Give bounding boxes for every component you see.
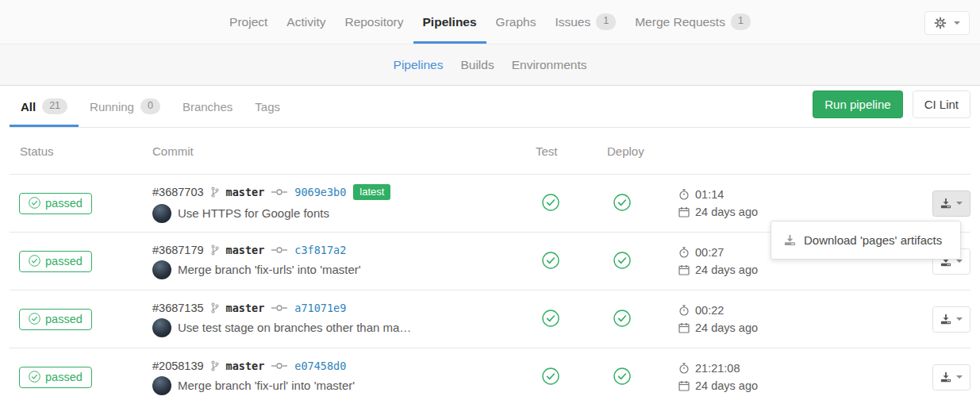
calendar-icon <box>678 322 690 333</box>
git-commit-icon <box>271 362 287 370</box>
download-artifacts-menu-item[interactable]: Download 'pages' artifacts <box>771 228 960 252</box>
commit-sha-link[interactable]: e07458d0 <box>294 360 346 372</box>
status-badge[interactable]: passed <box>19 251 92 272</box>
artifacts-dropdown-button[interactable] <box>932 306 970 333</box>
commit-message-link[interactable]: Use test stage on branches other than ma… <box>178 321 411 334</box>
tab-running-count-badge: 0 <box>140 98 160 115</box>
git-commit-icon <box>271 304 287 312</box>
artifacts-dropdown-button[interactable] <box>932 364 970 391</box>
subnav-item-builds[interactable]: Builds <box>452 58 502 72</box>
chevron-down-icon <box>956 375 963 379</box>
tab-all[interactable]: All21 <box>10 86 79 127</box>
pipelines-page: All21 Running0 Branches Tags Run pipelin… <box>0 86 980 404</box>
pipeline-id-link[interactable]: #3687135 <box>152 302 204 314</box>
download-icon <box>784 234 796 246</box>
subnav-item-pipelines[interactable]: Pipelines <box>385 58 452 72</box>
pipeline-duration: 00:27 <box>695 246 724 259</box>
deploy-stage-status-icon[interactable] <box>613 194 631 211</box>
tab-all-count-badge: 21 <box>42 98 67 115</box>
nav-item-pipelines[interactable]: Pipelines <box>413 0 486 44</box>
nav-label: Merge Requests <box>635 15 725 29</box>
status-badge[interactable]: passed <box>19 309 92 330</box>
ci-lint-button[interactable]: CI Lint <box>913 90 970 118</box>
nav-label: Project <box>229 15 267 29</box>
issues-count-badge: 1 <box>596 13 616 30</box>
test-stage-status-icon[interactable] <box>542 194 559 211</box>
top-navbar: Project Activity Repository Pipelines Gr… <box>0 0 980 44</box>
commit-sha-link[interactable]: a71071e9 <box>294 302 346 314</box>
toolbar-actions: Run pipeline CI Lint <box>813 86 970 127</box>
chevron-down-icon <box>956 317 963 321</box>
table-row: passed #3687135 master a71071e9 Use test… <box>10 290 970 348</box>
header-commit: Commit <box>152 144 536 158</box>
tab-branches[interactable]: Branches <box>171 86 244 127</box>
artifacts-dropdown-button[interactable] <box>932 190 970 217</box>
artifacts-dropdown-menu: Download 'pages' artifacts <box>771 221 961 260</box>
merge-requests-count-badge: 1 <box>731 13 751 30</box>
calendar-icon <box>678 206 690 217</box>
stopwatch-icon <box>678 363 690 374</box>
status-badge[interactable]: passed <box>19 367 92 388</box>
deploy-stage-status-icon[interactable] <box>613 310 631 327</box>
download-icon <box>940 198 951 209</box>
pipeline-finished-ago: 24 days ago <box>695 264 758 276</box>
pipeline-id-link[interactable]: #3687703 <box>152 186 204 198</box>
nav-item-graphs[interactable]: Graphs <box>486 0 546 44</box>
test-stage-status-icon[interactable] <box>542 367 559 385</box>
pipeline-id-link[interactable]: #3687179 <box>152 244 204 256</box>
settings-button[interactable] <box>924 11 970 35</box>
git-branch-icon <box>211 302 219 314</box>
avatar[interactable] <box>152 376 171 395</box>
status-badge[interactable]: passed <box>19 193 92 214</box>
test-stage-status-icon[interactable] <box>542 252 559 269</box>
tab-label: Branches <box>183 100 233 114</box>
branch-link[interactable]: master <box>226 186 265 198</box>
check-circle-icon <box>29 371 40 383</box>
status-label: passed <box>45 197 83 210</box>
commit-sha-link[interactable]: 9069e3b0 <box>294 186 346 198</box>
deploy-stage-status-icon[interactable] <box>613 367 631 385</box>
tab-tags[interactable]: Tags <box>244 86 291 127</box>
branch-link[interactable]: master <box>226 244 265 256</box>
avatar[interactable] <box>152 260 171 279</box>
git-branch-icon <box>211 360 219 371</box>
pipelines-table: Status Commit Test Deploy passed #368770… <box>10 128 970 404</box>
nav-label: Repository <box>344 15 403 29</box>
tab-running[interactable]: Running0 <box>79 86 171 127</box>
commit-sha-link[interactable]: c3f817a2 <box>294 244 346 256</box>
download-icon <box>940 314 951 325</box>
table-header-row: Status Commit Test Deploy <box>10 128 970 175</box>
header-test: Test <box>536 144 607 158</box>
branch-link[interactable]: master <box>226 360 265 372</box>
nav-item-activity[interactable]: Activity <box>277 0 335 44</box>
branch-link[interactable]: master <box>226 302 265 314</box>
menu-item-label: Download 'pages' artifacts <box>804 233 942 247</box>
subnav-item-environments[interactable]: Environments <box>503 58 596 72</box>
avatar[interactable] <box>152 318 171 337</box>
nav-item-project[interactable]: Project <box>220 0 277 44</box>
avatar[interactable] <box>152 204 171 223</box>
gear-icon <box>934 17 947 29</box>
test-stage-status-icon[interactable] <box>542 310 559 327</box>
deploy-stage-status-icon[interactable] <box>613 252 631 269</box>
nav-item-issues[interactable]: Issues1 <box>545 0 625 44</box>
nav-item-merge-requests[interactable]: Merge Requests1 <box>625 0 760 44</box>
nav-label: Graphs <box>496 15 536 29</box>
commit-message-link[interactable]: Use HTTPS for Google fonts <box>178 206 329 220</box>
pipeline-id-link[interactable]: #2058139 <box>152 360 204 372</box>
header-status: Status <box>10 144 152 158</box>
tab-label: Tags <box>255 100 280 114</box>
commit-message-link[interactable]: Merge branch 'fix-url' into 'master' <box>178 379 355 392</box>
nav-label: Activity <box>286 15 325 29</box>
status-label: passed <box>45 255 83 267</box>
stopwatch-icon <box>678 305 690 316</box>
pipeline-duration: 01:14 <box>695 188 724 201</box>
tab-label: Running <box>90 100 134 114</box>
commit-message-link[interactable]: Merge branch 'fix-urls' into 'master' <box>178 263 361 276</box>
status-label: passed <box>45 371 83 383</box>
run-pipeline-button[interactable]: Run pipeline <box>813 90 902 118</box>
nav-item-repository[interactable]: Repository <box>335 0 413 44</box>
pipeline-finished-ago: 24 days ago <box>695 379 758 392</box>
check-circle-icon <box>29 255 40 267</box>
nav-label: Issues <box>555 15 590 29</box>
